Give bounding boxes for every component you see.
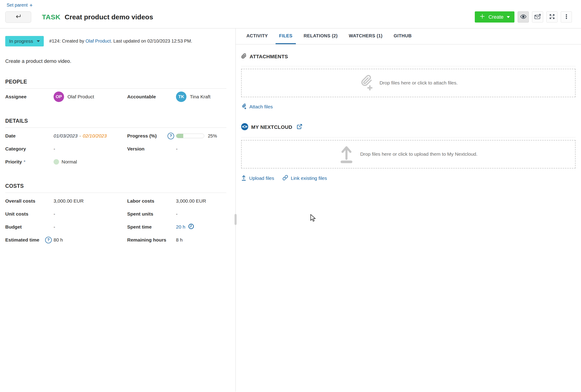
overall-costs-value[interactable]: 3,000.00 EUR	[54, 195, 127, 207]
create-button-label: Create	[488, 14, 504, 20]
work-package-meta: #124: Created by Olaf Product. Last upda…	[49, 38, 192, 44]
divider	[241, 137, 576, 138]
external-link-icon[interactable]	[296, 124, 302, 131]
spent-time-link[interactable]: 20 h	[176, 223, 194, 231]
tab-watchers[interactable]: WATCHERS (1)	[345, 28, 386, 44]
help-icon[interactable]	[168, 133, 174, 139]
nextcloud-actions-row: Upload files Link existing files	[241, 175, 576, 182]
work-package-type[interactable]: TASK	[42, 13, 60, 21]
progress-label-text: Progress (%)	[127, 133, 157, 139]
progress-value[interactable]: 25%	[176, 130, 226, 143]
panel-resize-handle[interactable]	[234, 214, 236, 225]
priority-value[interactable]: Normal	[54, 156, 127, 169]
people-grid: Assignee OP Olaf Product Accountable TK …	[5, 90, 226, 103]
overall-costs-label: Overall costs	[5, 195, 54, 207]
estimated-time-label: Estimated time	[5, 233, 54, 246]
chevron-down-icon	[37, 40, 40, 42]
attach-files-row: Attach files	[241, 103, 576, 110]
due-date: 02/10/2023	[83, 133, 107, 139]
spent-time-value: 20 h	[176, 220, 226, 233]
envelope-check-icon	[534, 13, 541, 20]
create-button[interactable]: Create	[475, 11, 514, 22]
category-value[interactable]: -	[54, 143, 127, 156]
upload-arrow-icon	[339, 144, 354, 164]
fullscreen-icon	[549, 14, 555, 20]
plus-icon: +	[30, 2, 32, 8]
priority-label: Priority *	[5, 156, 54, 169]
paperclip-icon	[241, 53, 246, 60]
labor-costs-label: Labor costs	[127, 195, 176, 207]
work-package-side-panel: ACTIVITY FILES RELATIONS (2) WATCHERS (1…	[236, 28, 581, 392]
unit-costs-value[interactable]: -	[54, 207, 127, 220]
nextcloud-title: MY NEXTCLOUD	[251, 124, 292, 130]
accountable-value[interactable]: TK Tina Kraft	[176, 90, 226, 103]
upload-icon	[241, 175, 246, 182]
attach-files-label: Attach files	[249, 104, 273, 110]
upload-files-link[interactable]: Upload files	[241, 175, 274, 182]
assignee-label: Assignee	[5, 90, 54, 103]
date-value[interactable]: 01/03/2023 - 02/10/2023	[54, 130, 127, 143]
description-text[interactable]: Create a product demo video.	[5, 58, 226, 64]
tab-files[interactable]: FILES	[276, 28, 296, 44]
spent-time-text: 20 h	[176, 224, 185, 230]
start-date: 01/03/2023	[54, 133, 78, 139]
kebab-menu-icon	[564, 14, 570, 20]
fullscreen-button[interactable]	[546, 11, 558, 22]
more-options-button[interactable]	[561, 11, 572, 22]
nextcloud-dropzone[interactable]: Drop files here or click to upload them …	[241, 140, 576, 169]
back-button[interactable]	[5, 11, 31, 23]
meta-suffix: . Last updated on 02/10/2023 12:53 PM.	[111, 38, 192, 43]
nextcloud-dropzone-text: Drop files here or click to upload them …	[360, 151, 478, 157]
tab-activity[interactable]: ACTIVITY	[243, 28, 271, 44]
attachments-heading: ATTACHMENTS	[241, 53, 576, 60]
chevron-down-icon	[507, 16, 510, 18]
costs-grid: Overall costs 3,000.00 EUR Labor costs 3…	[5, 195, 226, 246]
header-actions: Create	[475, 11, 572, 22]
estimated-time-label-text: Estimated time	[5, 237, 39, 243]
files-tab-content: ATTACHMENTS Drop files here or click to …	[236, 53, 581, 182]
spent-units-value[interactable]: -	[176, 207, 226, 220]
page-header: Set parent + TASK Creat product demo vid…	[0, 0, 581, 28]
nextcloud-logo-icon	[241, 123, 248, 132]
progress-percent-text: 25%	[208, 133, 217, 139]
set-parent-label: Set parent	[6, 2, 28, 8]
budget-value[interactable]: -	[54, 220, 127, 233]
section-title-people: PEOPLE	[5, 79, 226, 89]
eye-icon	[520, 13, 526, 20]
help-icon[interactable]	[45, 237, 52, 243]
set-parent-link[interactable]: Set parent +	[6, 2, 32, 8]
page-title: TASK Creat product demo videos	[42, 13, 153, 21]
remaining-hours-value[interactable]: 8 h	[176, 233, 226, 246]
assignee-name: Olaf Product	[68, 94, 94, 99]
progress-fill	[176, 134, 183, 138]
attach-files-link[interactable]: Attach files	[241, 103, 273, 110]
date-separator: -	[79, 133, 81, 139]
link-existing-files-label: Link existing files	[291, 176, 327, 181]
attachments-dropzone-text: Drop files here or click to attach files…	[380, 80, 458, 86]
tab-relations[interactable]: RELATIONS (2)	[300, 28, 341, 44]
estimated-time-value[interactable]: 80 h	[54, 233, 127, 246]
accountable-label: Accountable	[127, 90, 176, 103]
version-value[interactable]: -	[176, 143, 226, 156]
mark-notifications-read-button[interactable]	[532, 11, 543, 22]
watch-button[interactable]	[518, 11, 529, 22]
labor-costs-value[interactable]: 3,000.00 EUR	[176, 195, 226, 207]
work-package-header: TASK Creat product demo videos Create	[0, 11, 581, 28]
main-content: In progress #124: Created by Olaf Produc…	[0, 28, 581, 392]
meta-prefix: #124: Created by	[49, 38, 86, 43]
attachments-dropzone[interactable]: Drop files here or click to attach files…	[241, 69, 576, 97]
priority-label-text: Priority	[5, 159, 22, 165]
tab-github[interactable]: GITHUB	[390, 28, 415, 44]
progress-label: Progress (%)	[127, 130, 176, 143]
author-link[interactable]: Olaf Product	[86, 38, 111, 43]
nextcloud-heading: MY NEXTCLOUD	[241, 123, 576, 132]
category-label: Category	[5, 143, 54, 156]
clock-icon	[188, 223, 194, 231]
plus-icon	[479, 13, 485, 21]
assignee-value[interactable]: OP Olaf Product	[54, 90, 127, 103]
status-row: In progress #124: Created by Olaf Produc…	[5, 36, 226, 46]
work-package-name[interactable]: Creat product demo videos	[64, 13, 153, 21]
attachments-title: ATTACHMENTS	[250, 54, 288, 60]
link-existing-files-link[interactable]: Link existing files	[282, 175, 327, 182]
status-dropdown[interactable]: In progress	[5, 36, 44, 46]
